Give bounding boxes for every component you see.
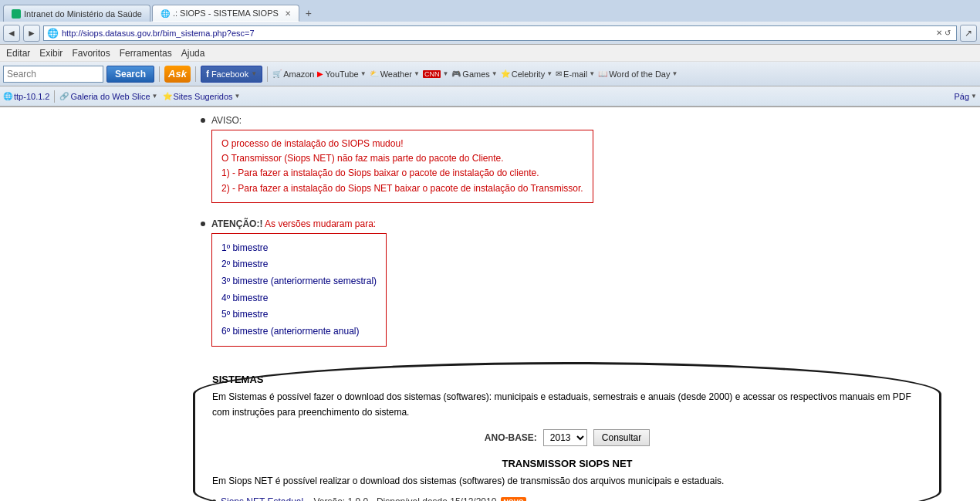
search-go-button[interactable]: ↗ — [960, 25, 977, 42]
weather-label: Weather — [380, 69, 412, 79]
fav-webslice-icon: 🔗 — [59, 92, 69, 100]
weather-icon: ⛅ — [370, 69, 379, 78]
sugeridos-dropdown-arrow: ▼ — [235, 93, 241, 100]
search-button[interactable]: Search — [106, 66, 154, 83]
ask-button[interactable]: Ask — [164, 66, 191, 83]
content-area: AVISO: O processo de instalação do SIOPS… — [201, 115, 934, 501]
attention-label: ATENÇÃO:! As versões mudaram para: — [211, 218, 387, 229]
cnn-button[interactable]: CNN ▼ — [423, 70, 448, 78]
menu-ferramentas[interactable]: Ferramentas — [120, 48, 172, 59]
fav-separator-1 — [54, 90, 55, 103]
refresh-button[interactable]: ✕ ↺ — [934, 29, 953, 37]
youtube-button[interactable]: ▶ YouTube ▼ — [317, 69, 366, 79]
celebrity-icon: ⭐ — [501, 69, 510, 78]
address-box[interactable]: 🌐 http://siops.datasus.gov.br/bim_sistem… — [43, 25, 957, 41]
attention-bullet: ATENÇÃO:! As versões mudaram para: 1º bi… — [201, 218, 934, 351]
fav-sugeridos-label: Sites Sugeridos — [174, 92, 233, 101]
youtube-label: YouTube — [325, 69, 358, 79]
attention-text-span: As versões mudaram para: — [262, 218, 376, 229]
forward-button[interactable]: ► — [23, 25, 40, 42]
tab-label-intranet: Intranet do Ministério da Saúde — [24, 9, 142, 19]
email-button[interactable]: ✉ E-mail ▼ — [556, 69, 595, 79]
toolbar-separator-1 — [159, 66, 160, 82]
word-of-day-button[interactable]: 📖 Word of the Day ▼ — [598, 69, 678, 79]
games-label: Games — [462, 69, 489, 79]
word-of-day-dropdown-arrow: ▼ — [671, 70, 678, 77]
fav-ip[interactable]: 🌐 ttp-10.1.2 — [3, 92, 49, 101]
attention-section: ATENÇÃO:! As versões mudaram para: 1º bi… — [201, 218, 934, 351]
version-3: 3º bimestre (anteriormente semestral) — [221, 273, 377, 290]
toolbar-separator-3 — [267, 66, 268, 82]
aviso-line-4: 2) - Para fazer a instalação do Siops NE… — [221, 181, 583, 196]
fb-label: Facebook — [211, 69, 248, 79]
aviso-red-box: O processo de instalação do SIOPS mudou!… — [211, 130, 593, 203]
fav-webslice[interactable]: 🔗 Galeria do Web Slice ▼ — [59, 92, 157, 101]
tab-icon-siops: 🌐 — [161, 9, 170, 18]
cnn-dropdown-arrow: ▼ — [442, 70, 448, 77]
cnn-icon: CNN — [423, 70, 441, 78]
main-toolbar: Search Ask f Facebook ▼ 🛒 Amazon ▶ YouTu… — [0, 62, 980, 86]
weather-button[interactable]: ⛅ Weather ▼ — [370, 69, 420, 79]
menu-favoritos[interactable]: Favoritos — [72, 48, 110, 59]
attention-strong: ATENÇÃO:! — [211, 218, 262, 229]
fav-page[interactable]: Pág ▼ — [955, 92, 978, 101]
new-tab-button[interactable]: + — [301, 5, 316, 22]
tab-intranet[interactable]: Intranet do Ministério da Saúde — [3, 5, 150, 22]
games-button[interactable]: 🎮 Games ▼ — [451, 69, 497, 79]
email-dropdown-arrow: ▼ — [589, 70, 595, 77]
fav-webslice-label: Galeria do Web Slice — [70, 92, 150, 101]
fb-icon: f — [206, 69, 209, 80]
search-input[interactable] — [3, 66, 103, 83]
page-icon: 🌐 — [47, 28, 59, 39]
address-bar: ◄ ► 🌐 http://siops.datasus.gov.br/bim_si… — [0, 22, 980, 45]
fav-ip-icon: 🌐 — [3, 92, 12, 100]
aviso-section: AVISO: O processo de instalação do SIOPS… — [201, 115, 934, 207]
fav-right-area: Pág ▼ — [955, 92, 978, 101]
systems-section: SISTEMAS Em Sistemas é possível fazer o … — [201, 362, 934, 501]
back-button[interactable]: ◄ — [3, 25, 20, 42]
bullet-dot-2 — [201, 222, 205, 226]
menu-ajuda[interactable]: Ajuda — [181, 48, 205, 59]
facebook-button[interactable]: f Facebook ▼ — [201, 66, 262, 83]
aviso-line-1: O processo de instalação do SIOPS mudou! — [221, 137, 583, 151]
tab-favicon-intranet — [12, 9, 21, 19]
amazon-label: Amazon — [283, 69, 314, 79]
tab-close-siops[interactable]: ✕ — [285, 9, 291, 18]
address-text: http://siops.datasus.gov.br/bim_sistema.… — [62, 29, 931, 38]
fb-dropdown-arrow: ▼ — [251, 70, 257, 77]
celebrity-button[interactable]: ⭐ Celebrity ▼ — [501, 69, 553, 79]
oval-border — [193, 362, 941, 501]
tab-bar: Intranet do Ministério da Saúde 🌐 .: SIO… — [0, 0, 980, 22]
ask-label: Ask — [168, 68, 187, 80]
celebrity-dropdown-arrow: ▼ — [546, 70, 553, 77]
menu-bar: Editar Exibir Favoritos Ferramentas Ajud… — [0, 45, 980, 62]
tab-siops[interactable]: 🌐 .: SIOPS - SISTEMA SIOPS ✕ — [152, 5, 299, 22]
toolbar-separator-2 — [195, 66, 196, 82]
youtube-dropdown-arrow: ▼ — [360, 70, 367, 77]
aviso-line-3: 1) - Para fazer a instalação do Siops ba… — [221, 166, 583, 181]
weather-dropdown-arrow: ▼ — [414, 70, 420, 77]
aviso-content: AVISO: O processo de instalação do SIOPS… — [211, 115, 593, 207]
email-label: E-mail — [563, 69, 587, 79]
fav-page-label: Pág — [955, 92, 970, 101]
menu-exibir[interactable]: Exibir — [39, 48, 63, 59]
email-icon: ✉ — [556, 69, 562, 78]
attention-content: ATENÇÃO:! As versões mudaram para: 1º bi… — [211, 218, 387, 351]
menu-editar[interactable]: Editar — [6, 48, 30, 59]
version-2: 2º bimestre — [221, 256, 377, 273]
page-dropdown-arrow: ▼ — [971, 93, 977, 100]
version-1: 1º bimestre — [221, 240, 377, 257]
word-of-day-icon: 📖 — [598, 69, 607, 78]
version-4: 4º bimestre — [221, 290, 377, 307]
amazon-button[interactable]: 🛒 Amazon — [272, 69, 314, 79]
bullet-dot-1 — [201, 118, 205, 123]
aviso-line-2: O Transmissor (Siops NET) não faz mais p… — [221, 151, 583, 166]
aviso-label: AVISO: — [211, 115, 593, 126]
celebrity-label: Celebrity — [512, 69, 545, 79]
version-5: 5º bimestre — [221, 306, 377, 323]
fav-sugeridos[interactable]: ⭐ Sites Sugeridos ▼ — [163, 92, 241, 101]
main-content: AVISO: O processo de instalação do SIOPS… — [0, 107, 980, 501]
aviso-bullet: AVISO: O processo de instalação do SIOPS… — [201, 115, 934, 207]
tab-label-siops: .: SIOPS - SISTEMA SIOPS — [173, 8, 279, 18]
word-of-day-label: Word of the Day — [609, 69, 670, 79]
